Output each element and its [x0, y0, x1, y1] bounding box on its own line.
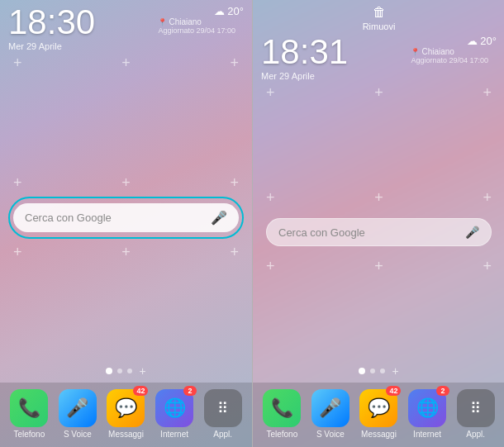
plus-r1[interactable]: + — [266, 84, 275, 102]
plus-row-top-right: + + + — [253, 81, 504, 105]
plus-btn-2[interactable]: + — [121, 55, 131, 72]
badge-internet-right: 2 — [436, 386, 449, 396]
right-clock: 18:31 Mer 29 Aprile — [261, 35, 348, 81]
plus-btn-3[interactable]: + — [230, 55, 239, 72]
plus-mid-2[interactable]: + — [121, 174, 131, 192]
clock-time-right: 18:31 — [261, 35, 348, 69]
badge-messages-right: 42 — [386, 386, 401, 396]
search-placeholder-left: Cerca con Google — [25, 212, 204, 224]
dock-label-phone-left: Telefono — [13, 430, 45, 439]
dock-item-svoice-left[interactable]: 🎤 S Voice — [59, 389, 97, 439]
right-screen: 🗑 Rimuovi 18:31 Mer 29 Aprile ☁ 20° 📍 Ch… — [253, 0, 504, 447]
plus-row-mid-right: + + + — [261, 184, 497, 212]
dock-label-svoice-left: S Voice — [64, 430, 92, 439]
weather-icon-right: ☁ — [467, 35, 478, 47]
plus-row-top-left: + + + — [0, 51, 252, 75]
plus-r3[interactable]: + — [483, 84, 492, 102]
dock-label-internet-left: Internet — [160, 430, 188, 439]
plus-rmd1[interactable]: + — [266, 189, 275, 207]
trash-icon: 🗑 — [373, 5, 386, 20]
dock-icon-phone-right: 📞 — [263, 389, 301, 427]
dot-plus-right[interactable]: + — [392, 364, 398, 378]
weather-temp-right: 20° — [480, 35, 497, 47]
dock-icon-apps-right: ⠿ — [457, 389, 495, 427]
page-dots-right: + — [253, 359, 504, 383]
plus-bot-1[interactable]: + — [13, 244, 22, 261]
search-placeholder-right: Cerca con Google — [278, 226, 459, 239]
weather-location-right: 📍 Chiaiano — [411, 47, 497, 56]
middle-area-left: + + + Cerca con Google 🎤 + + + — [0, 75, 252, 359]
dock-label-internet-right: Internet — [413, 430, 441, 439]
dot-1-left — [117, 369, 122, 373]
mic-icon-left[interactable]: 🎤 — [211, 210, 227, 226]
dock-label-messages-right: Messaggi — [361, 430, 397, 439]
plus-rmd3[interactable]: + — [483, 189, 492, 207]
plus-mid-3[interactable]: + — [230, 174, 239, 192]
plus-bot-2[interactable]: + — [121, 244, 131, 261]
dot-home-right — [359, 368, 365, 374]
plus-bot-3[interactable]: + — [230, 244, 239, 261]
weather-updated-left: Aggiornato 29/04 17:00 — [158, 26, 244, 35]
dock-item-messages-left[interactable]: 💬 42 Messaggi — [107, 389, 145, 439]
dock-icon-internet-right: 🌐 2 — [408, 389, 446, 427]
rimuovi-area[interactable]: 🗑 Rimuovi — [253, 0, 504, 31]
badge-internet-left: 2 — [183, 386, 197, 396]
search-bar-left[interactable]: Cerca con Google 🎤 — [13, 203, 239, 232]
plus-row-mid-left: + + + — [8, 169, 244, 197]
dock-item-internet-left[interactable]: 🌐 2 Internet — [155, 389, 193, 439]
plus-rbt2[interactable]: + — [374, 258, 383, 275]
plus-mid-1[interactable]: + — [13, 174, 22, 192]
dock-item-apps-right[interactable]: ⠿ Appl. — [457, 389, 495, 439]
badge-messages-left: 42 — [133, 386, 148, 396]
clock-date-left: Mer 29 Aprile — [8, 41, 95, 51]
dot-2-right — [380, 369, 385, 373]
dock-label-svoice-right: S Voice — [316, 430, 345, 439]
clock-time-left: 18:30 — [8, 5, 95, 40]
dock-label-apps-right: Appl. — [466, 430, 485, 439]
mic-icon-right[interactable]: 🎤 — [465, 226, 479, 239]
weather-block-right: ☁ 20° 📍 Chiaiano Aggiornato 29/04 17:00 — [411, 35, 497, 64]
middle-area-right: + + + Cerca con Google 🎤 + + + — [253, 105, 504, 359]
plus-r2[interactable]: + — [374, 84, 383, 102]
dock-icon-messages-right: 💬 42 — [359, 389, 397, 427]
dock-icon-apps-left: ⠿ — [204, 389, 242, 427]
dock-item-phone-right[interactable]: 📞 Telefono — [263, 389, 301, 439]
plus-rbt1[interactable]: + — [266, 258, 275, 275]
dot-2-left — [127, 369, 132, 373]
dock-item-svoice-right[interactable]: 🎤 S Voice — [311, 389, 349, 439]
rimuovi-label: Rimuovi — [363, 21, 396, 31]
plus-row-bot-left: + + + — [8, 239, 244, 266]
left-clock-time: 18:30 Mer 29 Aprile — [8, 5, 95, 51]
dock-icon-messages-left: 💬 42 — [107, 389, 145, 427]
plus-rbt3[interactable]: + — [483, 258, 492, 275]
search-bar-container-right[interactable]: Cerca con Google 🎤 — [261, 212, 497, 253]
weather-block-left: ☁ 20° 📍 Chiaiano Aggiornato 29/04 17:00 — [158, 5, 244, 35]
weather-updated-right: Aggiornato 29/04 17:00 — [411, 56, 497, 64]
dock-item-messages-right[interactable]: 💬 42 Messaggi — [359, 389, 397, 439]
weather-icon-left: ☁ — [214, 5, 225, 17]
dock-item-internet-right[interactable]: 🌐 2 Internet — [408, 389, 446, 439]
dock-icon-svoice-right: 🎤 — [311, 389, 349, 427]
dock-item-phone-left[interactable]: 📞 Telefono — [10, 389, 48, 439]
dot-1-right — [370, 369, 375, 373]
dock-icon-internet-left: 🌐 2 — [155, 389, 193, 427]
dock-label-messages-left: Messaggi — [108, 430, 144, 439]
page-dots-left: + — [0, 359, 252, 383]
weather-location-left: 📍 Chiaiano — [158, 17, 244, 26]
weather-temp-left: 20° — [227, 5, 244, 17]
dock-icon-svoice-left: 🎤 — [59, 389, 97, 427]
dock-icon-phone-left: 📞 — [10, 389, 48, 427]
dock-label-phone-right: Telefono — [266, 430, 297, 439]
dock-right: 📞 Telefono 🎤 S Voice 💬 42 Messaggi 🌐 2 — [253, 383, 504, 447]
left-screen: 18:30 Mer 29 Aprile ☁ 20° 📍 Chiaiano Agg… — [0, 0, 252, 447]
search-bar-right[interactable]: Cerca con Google 🎤 — [266, 218, 492, 246]
plus-rmd2[interactable]: + — [374, 189, 383, 207]
dock-item-apps-left[interactable]: ⠿ Appl. — [204, 389, 242, 439]
search-bar-container-left[interactable]: Cerca con Google 🎤 — [8, 197, 244, 239]
plus-btn-1[interactable]: + — [13, 55, 22, 72]
dot-plus-left[interactable]: + — [139, 364, 145, 378]
clock-date-right: Mer 29 Aprile — [261, 71, 348, 81]
dock-label-apps-left: Appl. — [213, 430, 232, 439]
dock-left: 📞 Telefono 🎤 S Voice 💬 42 Messaggi 🌐 2 — [0, 383, 252, 447]
dot-home-left — [106, 368, 112, 374]
